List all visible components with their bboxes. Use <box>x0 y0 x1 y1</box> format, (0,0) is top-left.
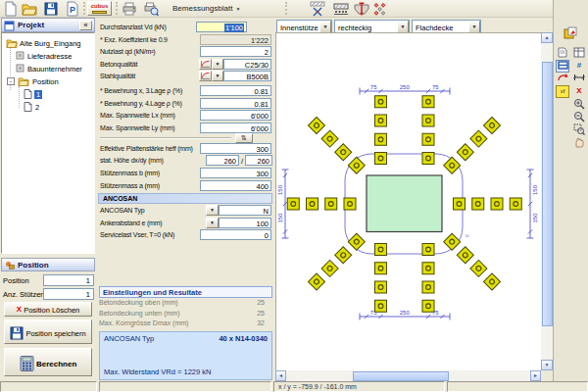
collapse-panel-button[interactable]: « <box>79 21 92 30</box>
stahl-value[interactable]: B500B <box>223 71 271 81</box>
horizontal-scroll-thumb[interactable] <box>353 371 449 381</box>
cubus-button[interactable]: cubus <box>87 1 112 16</box>
result-row: Max. Korngrösse Dmax (mm) 32 <box>99 319 272 329</box>
position-number-label: Position <box>3 276 29 285</box>
position-number-input[interactable]: 1 <box>43 274 94 286</box>
stud-plan-icon[interactable] <box>310 1 325 17</box>
qd-input[interactable]: 2 <box>200 46 271 57</box>
ancosan-section-header: ANCOSAN <box>98 193 272 204</box>
result-box: ANCOSAN Typ 40 x N14-0340 Max. Widerstan… <box>99 331 272 380</box>
dy-input[interactable]: 260 <box>245 155 272 166</box>
svg-text:250: 250 <box>400 84 411 90</box>
a-input[interactable]: 400 <box>200 180 271 191</box>
typ-value[interactable]: N <box>219 205 271 216</box>
stahl-curve-button[interactable] <box>199 71 212 81</box>
stahl-dropdown-button[interactable]: ▼ <box>212 71 223 81</box>
e-value[interactable]: 100 <box>219 218 271 228</box>
stud <box>348 233 365 250</box>
stud <box>510 198 521 210</box>
scroll-up-button[interactable]: ▲ <box>541 32 553 43</box>
stud <box>348 157 365 173</box>
dx-input[interactable]: 260 <box>206 155 239 166</box>
redraw-arrow-icon[interactable] <box>556 73 569 85</box>
horizontal-scrollbar[interactable]: ◄ ► <box>275 370 541 381</box>
plot-sheet-icon[interactable] <box>556 47 569 60</box>
pan-hand-icon[interactable] <box>572 136 586 149</box>
b-input[interactable]: 300 <box>200 168 271 178</box>
heff-input[interactable]: 300 <box>200 143 271 154</box>
form-row-beton: Betonqualität ▼ C25/30 <box>100 59 272 71</box>
slab-section-icon[interactable] <box>333 1 349 17</box>
dimension-tool-icon[interactable] <box>572 73 586 85</box>
grid-hash-icon[interactable]: # <box>572 60 586 73</box>
tree-collapse-box[interactable]: - <box>7 77 15 85</box>
save-icon[interactable] <box>43 1 59 17</box>
e-dropdown-button[interactable]: ▼ <box>206 218 219 228</box>
save-position-button[interactable]: Position speichern <box>4 319 92 344</box>
ly-input[interactable]: 6'000 <box>200 122 271 133</box>
beton-curve-button[interactable] <box>199 59 212 70</box>
vser-input[interactable]: 0 <box>200 229 271 240</box>
bewx-input[interactable]: 0.81 <box>200 85 271 96</box>
perimeter-label: u <box>466 232 468 238</box>
sync-values-button[interactable]: ⇅ <box>235 133 253 143</box>
drawing-viewport[interactable]: u <box>275 32 541 370</box>
display-settings-icon[interactable] <box>563 25 578 41</box>
stud-section-icon[interactable] <box>354 1 369 17</box>
zoom-in-icon[interactable] <box>572 98 586 111</box>
stud <box>375 263 387 274</box>
plan-grid-icon[interactable] <box>572 47 586 60</box>
new-document-icon[interactable] <box>3 1 19 17</box>
stud <box>457 144 473 161</box>
stud <box>422 133 434 145</box>
ke-value: 1'222 <box>200 34 271 45</box>
print-preview-icon[interactable] <box>143 1 159 17</box>
stud-pattern-icon[interactable] <box>372 1 388 17</box>
bewy-input[interactable]: 0.81 <box>200 98 271 109</box>
delete-icon[interactable]: X <box>572 85 586 98</box>
column-count-input[interactable]: 1 <box>43 288 94 300</box>
status-bar: x / y = -759.9 / -161.0 mm <box>0 381 588 392</box>
print-icon[interactable] <box>122 1 137 17</box>
zoom-out-icon[interactable] <box>572 111 586 123</box>
bemessungsblatt-menu[interactable]: Bemessungsblatt▼ <box>172 4 240 13</box>
scroll-down-button[interactable]: ▼ <box>541 360 553 370</box>
svg-text:P: P <box>70 5 75 15</box>
save-icon <box>10 326 24 340</box>
project-panel-header: Projekt « <box>1 18 95 32</box>
typ-dropdown-button[interactable]: ▼ <box>206 205 219 216</box>
vd-input[interactable]: 1'100 <box>196 22 247 32</box>
main-toolbar: P cubus Bemessungsblatt▼ <box>0 0 588 18</box>
frame-view-icon[interactable] <box>556 60 569 73</box>
delete-position-label: Position Löschen <box>24 306 79 315</box>
beton-value[interactable]: C25/30 <box>223 59 271 70</box>
stud <box>375 300 387 312</box>
scroll-right-button[interactable]: ► <box>530 370 541 381</box>
document-icon <box>24 102 32 112</box>
stud <box>375 244 387 256</box>
vertical-scrollbar[interactable]: ▲ ▼ <box>541 32 553 370</box>
save-position-label: Position speichern <box>25 329 85 338</box>
tree-label-selected: 1 <box>34 90 42 99</box>
delete-position-button[interactable]: X Position Löschen <box>4 302 92 317</box>
svg-text:75: 75 <box>432 84 439 90</box>
vertical-scroll-thumb[interactable] <box>542 62 553 326</box>
cover-bottom-label: Betondeckung unten (mm) <box>99 310 180 317</box>
calculate-button[interactable]: Berechnen <box>4 348 92 376</box>
stud <box>309 273 325 290</box>
zoom-window-icon[interactable] <box>572 123 586 136</box>
xf-layer-icon[interactable]: xf <box>556 85 569 98</box>
drawing-svg[interactable]: u <box>276 33 542 371</box>
form-row-a: Stützenmass a (mm) 400 <box>100 180 272 192</box>
position-document-icon[interactable]: P <box>65 1 80 17</box>
svg-text:150: 150 <box>532 213 538 223</box>
beton-dropdown-button[interactable]: ▼ <box>212 59 223 70</box>
result-typ-value: 40 x N14-0340 <box>219 334 268 343</box>
aggregate-size-value: 32 <box>257 319 265 326</box>
stud <box>472 198 484 210</box>
open-folder-icon[interactable] <box>22 1 37 17</box>
lx-input[interactable]: 6'000 <box>200 110 271 121</box>
scroll-left-button[interactable]: ◄ <box>275 370 286 381</box>
toolbar-separator <box>83 2 86 15</box>
form-row-vser: Servicelast Vser, T=0 (kN) 0 <box>100 229 272 241</box>
